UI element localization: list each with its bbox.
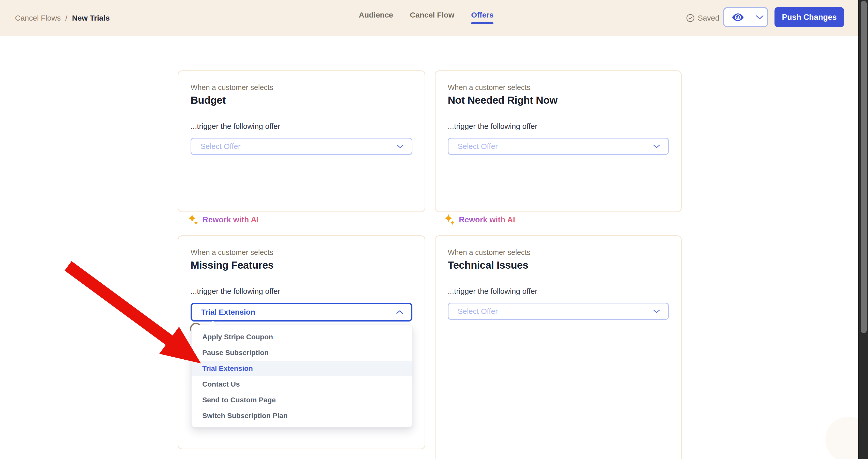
select-placeholder: Select Offer	[200, 142, 241, 151]
offer-card-technical-issues: When a customer selects Technical Issues…	[435, 235, 682, 459]
offer-dropdown-menu: Apply Stripe Coupon Pause Subscription T…	[191, 325, 413, 427]
check-circle-icon	[686, 14, 695, 22]
card-title-not-needed: Not Needed Right Now	[448, 94, 669, 107]
saved-status: Saved	[686, 0, 719, 36]
sparkles-icon	[444, 214, 455, 226]
rework-with-ai-link[interactable]: Rework with AI	[188, 214, 259, 226]
scrollbar-thumb[interactable]	[861, 1, 867, 333]
card-trigger-label: ...trigger the following offer	[448, 121, 669, 131]
select-offer-not-needed[interactable]: Select Offer	[448, 138, 669, 155]
option-send-to-custom-page[interactable]: Send to Custom Page	[192, 392, 412, 408]
rework-with-ai-label: Rework with AI	[203, 215, 259, 224]
card-trigger-label: ...trigger the following offer	[191, 121, 412, 131]
card-prefix: When a customer selects	[191, 83, 412, 92]
top-bar: Cancel Flows / New Trials Audience Cance…	[0, 0, 868, 36]
card-trigger-label: ...trigger the following offer	[191, 286, 412, 296]
chevron-up-icon	[396, 310, 404, 314]
option-contact-us[interactable]: Contact Us	[192, 376, 412, 392]
card-title-technical-issues: Technical Issues	[448, 258, 669, 272]
breadcrumb-cancel-flows[interactable]: Cancel Flows	[15, 14, 61, 22]
card-title-budget: Budget	[191, 94, 412, 107]
tab-offers[interactable]: Offers	[471, 11, 493, 20]
select-placeholder: Select Offer	[458, 142, 498, 151]
select-offer-budget[interactable]: Select Offer	[191, 138, 412, 155]
option-trial-extension[interactable]: Trial Extension	[192, 361, 412, 376]
red-arrow-annotation	[0, 0, 868, 459]
select-offer-missing-features[interactable]: Trial Extension	[191, 303, 412, 322]
rework-with-ai-label: Rework with AI	[459, 215, 515, 224]
chevron-down-icon	[653, 309, 660, 314]
tab-audience[interactable]: Audience	[359, 11, 393, 20]
preview-options-button[interactable]	[752, 8, 767, 26]
option-pause-subscription[interactable]: Pause Subscription	[192, 345, 412, 361]
preview-button[interactable]	[724, 8, 752, 26]
offer-card-budget: When a customer selects Budget ...trigge…	[178, 70, 425, 212]
offers-page: Cancel Flows / New Trials Audience Cance…	[0, 0, 868, 459]
sparkles-icon	[188, 214, 199, 226]
select-value: Trial Extension	[201, 308, 255, 316]
option-apply-stripe-coupon[interactable]: Apply Stripe Coupon	[192, 329, 412, 345]
option-switch-subscription-plan[interactable]: Switch Subscription Plan	[192, 408, 412, 424]
breadcrumb-current-page: New Trials	[72, 14, 110, 22]
chevron-down-icon	[755, 15, 764, 20]
offer-card-not-needed: When a customer selects Not Needed Right…	[435, 70, 682, 212]
breadcrumb-separator: /	[65, 14, 67, 22]
card-title-missing-features: Missing Features	[191, 258, 412, 272]
card-prefix: When a customer selects	[448, 248, 669, 257]
chevron-down-icon	[396, 144, 404, 149]
push-changes-button[interactable]: Push Changes	[774, 7, 844, 27]
center-tabs: Audience Cancel Flow Offers	[359, 7, 493, 24]
tab-cancel-flow[interactable]: Cancel Flow	[410, 11, 454, 20]
card-prefix: When a customer selects	[191, 248, 412, 257]
chevron-down-icon	[653, 144, 660, 149]
eye-icon	[732, 13, 744, 22]
breadcrumb: Cancel Flows / New Trials	[15, 0, 110, 36]
card-prefix: When a customer selects	[448, 83, 669, 92]
select-placeholder: Select Offer	[458, 307, 498, 316]
saved-label: Saved	[698, 14, 719, 22]
card-trigger-label: ...trigger the following offer	[448, 286, 669, 296]
rework-with-ai-link[interactable]: Rework with AI	[444, 214, 515, 226]
scrollbar	[858, 0, 868, 459]
preview-split-button	[723, 7, 768, 27]
select-offer-technical-issues[interactable]: Select Offer	[448, 303, 669, 320]
